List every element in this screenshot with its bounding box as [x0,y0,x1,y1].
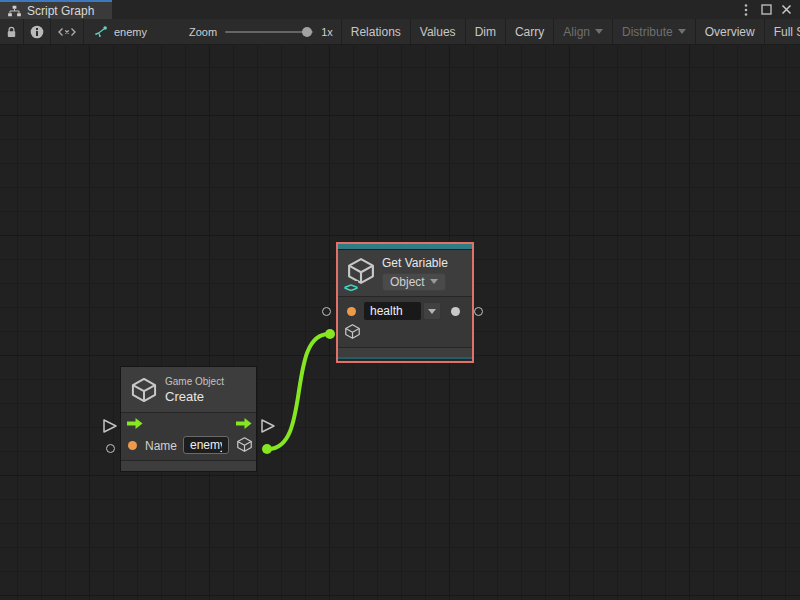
chevron-down-icon [428,309,436,314]
lock-button[interactable] [0,19,24,44]
inspector-button[interactable] [24,19,51,44]
chevron-down-icon [678,29,686,34]
code-preview-button[interactable] [51,19,84,44]
distribute-dropdown[interactable]: Distribute [613,19,696,44]
create-node-body: Name [121,413,256,460]
toolbar-middle: enemy Zoom 1x [84,19,342,44]
zoom-value: 1x [321,26,333,38]
code-angle-brackets-icon: <> [343,281,358,294]
align-label: Align [563,25,590,39]
dim-label: Dim [475,25,496,39]
get-variable-left-outer-port[interactable] [322,307,331,316]
create-left-value-outer-port[interactable] [106,444,115,453]
create-node-header: Game Object Create [121,367,256,412]
overview-label: Overview [705,25,755,39]
flow-input-outer-port [104,420,116,432]
zoom-slider-handle[interactable] [302,27,312,37]
carry-label: Carry [515,25,544,39]
window-menu-button[interactable] [738,2,754,18]
values-label: Values [420,25,456,39]
carry-button[interactable]: Carry [506,19,554,44]
close-icon [781,4,792,15]
fullscreen-button[interactable]: Full Screen [765,19,800,44]
maximize-icon [761,4,772,15]
chevron-down-icon [595,29,603,34]
relations-label: Relations [351,25,401,39]
get-variable-body [338,297,472,347]
script-graph-window: Script Graph [0,0,800,600]
node-title: Get Variable [382,256,448,270]
lock-icon [6,25,17,39]
name-field-label: Name [145,439,177,453]
graph-icon [94,25,108,39]
wire-source-dot [262,444,272,454]
info-icon [30,25,44,39]
value-input-port[interactable] [128,441,137,450]
flow-output-outer-port [262,420,274,432]
node-footer [338,348,472,359]
connection-wire [267,334,330,449]
distribute-label: Distribute [622,25,673,39]
wire-target-dot [325,329,335,339]
graph-canvas[interactable]: <> Get Variable Object [0,45,800,600]
fullscreen-label: Full Screen [774,25,800,39]
maximize-button[interactable] [758,2,774,18]
game-object-cube-icon [130,376,158,404]
scope-label: Object [390,275,425,289]
graph-name: enemy [114,26,147,38]
relations-button[interactable]: Relations [342,19,411,44]
variable-name-input[interactable] [364,302,421,320]
overview-button[interactable]: Overview [696,19,765,44]
graph-hierarchy-icon [7,4,22,18]
align-dropdown[interactable]: Align [554,19,613,44]
tab-bar: Script Graph [0,0,800,19]
variable-picker-dropdown[interactable] [423,302,441,320]
node-title: Create [165,389,224,404]
node-footer [121,461,256,471]
tab-title: Script Graph [27,4,94,18]
node-category: Game Object [165,376,224,387]
kebab-menu-icon [744,3,748,17]
game-object-input-icon [344,323,361,340]
tab-script-graph[interactable]: Script Graph [0,0,112,19]
graph-toolbar: enemy Zoom 1x Relations Values Dim Carry… [0,19,800,45]
window-controls [738,0,800,19]
flow-input-arrow-icon[interactable] [126,417,143,430]
get-variable-header: <> Get Variable Object [338,250,472,296]
dim-button[interactable]: Dim [466,19,506,44]
zoom-slider[interactable] [225,31,313,33]
variable-scope-dropdown[interactable]: Object [382,273,446,291]
game-object-output-icon [236,436,253,453]
chevron-down-icon [430,279,438,284]
close-button[interactable] [778,2,794,18]
name-input[interactable] [183,436,229,454]
value-output-port[interactable] [451,307,460,316]
get-variable-right-outer-port[interactable] [474,307,483,316]
graph-breadcrumb[interactable]: enemy [84,25,161,39]
value-input-port[interactable] [347,307,356,316]
values-button[interactable]: Values [411,19,466,44]
node-get-variable[interactable]: <> Get Variable Object [336,242,474,363]
code-port-icon [57,25,77,39]
zoom-control: Zoom 1x [161,26,341,38]
toolbar-buttons: Relations Values Dim Carry Align Distrib… [342,19,800,44]
flow-output-arrow-icon[interactable] [235,417,252,430]
node-game-object-create[interactable]: Game Object Create Name [120,366,257,472]
zoom-label: Zoom [189,26,217,38]
